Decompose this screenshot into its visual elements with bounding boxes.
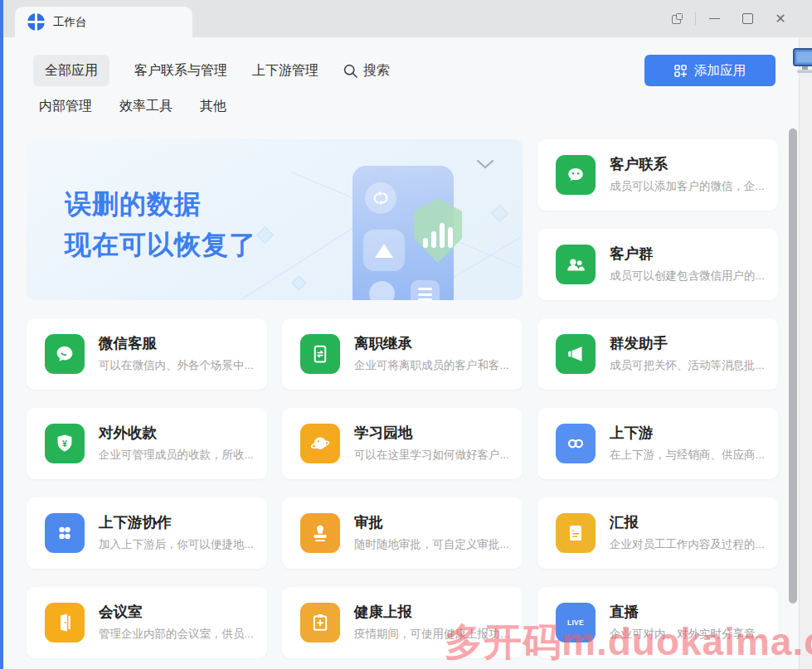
app-card-text: 直播企业可对内、对外实时分享音... — [610, 604, 765, 641]
nav-row-2: 内部管理 效率工具 其他 — [39, 98, 226, 115]
app-card[interactable]: LIVE直播企业可对内、对外实时分享音... — [537, 587, 778, 658]
megaphone-icon — [556, 334, 596, 374]
app-name: 汇报 — [610, 514, 765, 531]
app-card-text: 审批随时随地审批，可自定义审批... — [354, 514, 509, 551]
app-name: 直播 — [610, 604, 765, 620]
chevron-down-icon[interactable] — [476, 159, 494, 169]
tab-workbench[interactable]: 工作台 — [15, 7, 192, 37]
app-card[interactable]: 客户群成员可以创建包含微信用户的... — [537, 229, 778, 300]
close-icon: ✕ — [775, 12, 785, 26]
transfer-card-icon — [300, 334, 340, 374]
search-button[interactable]: 搜索 — [343, 62, 390, 80]
planet-icon — [300, 424, 340, 463]
app-card[interactable]: 健康上报疫情期间，可使用健康上报功能... — [282, 587, 523, 658]
app-card-text: 客户群成员可以创建包含微信用户的... — [610, 245, 765, 283]
app-name: 离职继承 — [354, 335, 509, 351]
right-window-edge — [799, 37, 812, 669]
four-dots-icon — [45, 513, 85, 553]
banner-line-2: 现在可以恢复了 — [65, 225, 256, 265]
app-card-text: 离职继承企业可将离职成员的客户和客... — [354, 335, 509, 372]
app-card[interactable]: 离职继承企业可将离职成员的客户和客... — [282, 318, 523, 390]
multi-window-button[interactable] — [660, 0, 693, 37]
maximize-icon — [742, 13, 753, 24]
tab-customer-contact-management[interactable]: 客户联系与管理 — [134, 62, 227, 80]
sync-icon — [365, 182, 396, 214]
app-card[interactable]: 上下游在上下游，与经销商、供应商... — [537, 408, 778, 479]
app-desc: 企业可将离职成员的客户和客... — [354, 358, 509, 373]
app-card-text: 群发助手成员可把关怀、活动等消息批... — [610, 335, 765, 372]
app-name: 审批 — [354, 514, 509, 531]
app-desc: 成员可以添加客户的微信，企... — [610, 179, 765, 194]
app-card-text: 汇报企业对员工工作内容及过程的... — [610, 514, 765, 551]
app-desc: 企业对员工工作内容及过程的... — [610, 537, 765, 552]
app-name: 上下游协作 — [99, 514, 254, 531]
app-card-text: 对外收款企业可管理成员的收款，所收... — [99, 424, 254, 462]
grid-plus-icon — [674, 65, 687, 77]
window-controls: ✕ — [660, 0, 797, 37]
add-app-label: 添加应用 — [694, 62, 746, 80]
app-card[interactable]: 群发助手成员可把关怀、活动等消息批... — [537, 318, 778, 390]
door-icon — [45, 603, 85, 642]
app-name: 客户群 — [610, 245, 765, 262]
minimize-icon — [709, 18, 720, 20]
svg-text:¥: ¥ — [62, 439, 67, 448]
search-icon — [343, 64, 357, 78]
app-desc: 企业可对内、对外实时分享音... — [610, 627, 765, 642]
tab-efficiency-tools[interactable]: 效率工具 — [119, 98, 173, 115]
app-card[interactable]: 上下游协作加入上下游后，你可以便捷地... — [27, 497, 267, 569]
app-name: 会议室 — [99, 604, 254, 620]
left-window-edge — [0, 0, 3, 669]
tab-internal-management[interactable]: 内部管理 — [39, 98, 92, 115]
clipboard-plus-icon — [300, 603, 340, 642]
app-name: 微信客服 — [99, 335, 254, 351]
tab-others[interactable]: 其他 — [200, 98, 226, 115]
document-lines-icon — [556, 513, 596, 553]
app-desc: 在上下游，与经销商、供应商... — [610, 448, 765, 463]
live-icon: LIVE — [556, 603, 596, 642]
app-card-text: 上下游在上下游，与经销商、供应商... — [610, 424, 765, 462]
app-name: 群发助手 — [610, 335, 765, 351]
app-card-text: 微信客服可以在微信内、外各个场景中... — [99, 335, 254, 372]
app-card[interactable]: ¥对外收款企业可管理成员的收款，所收... — [27, 408, 267, 479]
app-desc: 企业可管理成员的收款，所收... — [99, 448, 254, 463]
app-card-text: 上下游协作加入上下游后，你可以便捷地... — [99, 514, 254, 551]
banner-line-1: 误删的数据 — [65, 184, 256, 225]
background-monitor-icon — [793, 46, 812, 80]
app-name: 学习园地 — [354, 424, 509, 441]
app-desc: 成员可把关怀、活动等消息批... — [610, 358, 765, 373]
stamp-icon — [300, 513, 340, 553]
group-icon — [556, 245, 596, 284]
app-card[interactable]: 学习园地可以在这里学习如何做好客户... — [282, 408, 523, 479]
controls-divider — [695, 12, 696, 25]
app-desc: 可以在微信内、外各个场景中... — [99, 358, 254, 373]
app-card-text: 学习园地可以在这里学习如何做好客户... — [354, 424, 509, 462]
app-desc: 管理企业内部的会议室，供员... — [99, 627, 254, 642]
app-desc: 可以在这里学习如何做好客户... — [354, 448, 509, 463]
app-card[interactable]: 汇报企业对员工工作内容及过程的... — [537, 497, 778, 569]
app-card[interactable]: 微信客服可以在微信内、外各个场景中... — [27, 318, 267, 390]
nav-row-1: 全部应用 客户联系与管理 上下游管理 搜索 — [33, 55, 390, 86]
triangle-icon — [363, 230, 405, 271]
app-desc: 疫情期间，可使用健康上报功能... — [354, 627, 511, 642]
app-card[interactable]: 客户联系成员可以添加客户的微信，企... — [537, 139, 778, 211]
promo-banner[interactable]: 误删的数据 现在可以恢复了 — [27, 139, 523, 300]
chain-link-icon — [556, 424, 596, 463]
minimize-button[interactable] — [698, 0, 731, 37]
app-name: 上下游 — [610, 424, 765, 441]
app-card[interactable]: 审批随时随地审批，可自定义审批... — [282, 497, 523, 569]
close-button[interactable]: ✕ — [764, 0, 797, 37]
tab-all-apps[interactable]: 全部应用 — [33, 55, 109, 86]
svg-text:LIVE: LIVE — [567, 618, 584, 627]
tab-supply-chain-management[interactable]: 上下游管理 — [252, 62, 318, 80]
app-name: 对外收款 — [99, 424, 254, 441]
titlebar: 工作台 ✕ — [0, 0, 812, 37]
vertical-scrollbar[interactable] — [789, 128, 797, 604]
list-icon — [411, 280, 440, 300]
add-app-button[interactable]: 添加应用 — [644, 55, 776, 86]
maximize-button[interactable] — [731, 0, 764, 37]
app-card[interactable]: 会议室管理企业内部的会议室，供员... — [27, 587, 267, 658]
wechat-icon — [556, 155, 596, 195]
app-name: 健康上报 — [354, 604, 511, 620]
app-card-text: 会议室管理企业内部的会议室，供员... — [99, 604, 254, 641]
search-label: 搜索 — [363, 62, 390, 80]
